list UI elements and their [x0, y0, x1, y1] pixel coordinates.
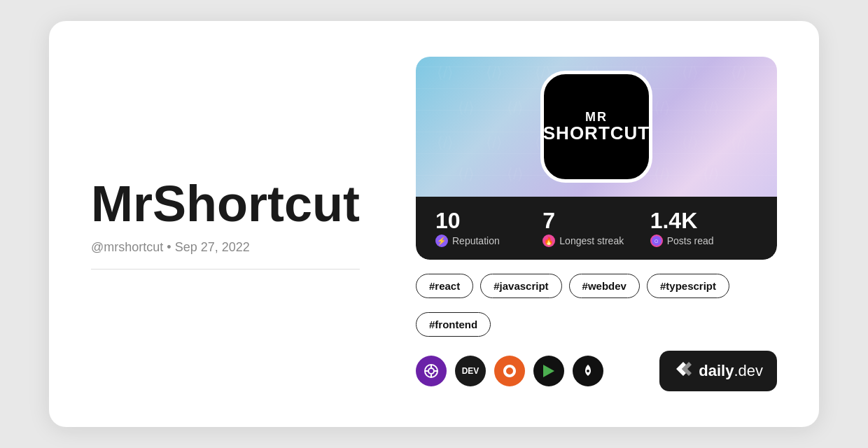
svg-marker-6 [543, 365, 554, 377]
tag-webdev[interactable]: #webdev [569, 274, 640, 298]
left-section: MrShortcut @mrshortcut • Sep 27, 2022 [91, 178, 360, 270]
reputation-value: 10 [435, 209, 542, 232]
streak-label-row: 🔥 Longest streak [542, 234, 650, 247]
tag-frontend[interactable]: #frontend [416, 312, 491, 337]
svg-point-7 [587, 370, 589, 372]
tag-typescript[interactable]: #typescript [647, 274, 729, 298]
avatar-line1: MR [585, 111, 608, 123]
tag-javascript[interactable]: #javascript [480, 274, 561, 298]
stat-streak: 7 🔥 Longest streak [542, 209, 650, 247]
tags-row-2: #frontend [416, 312, 777, 337]
divider [91, 269, 360, 270]
dev-label: DEV [462, 366, 479, 376]
handle-date: @mrshortcut • Sep 27, 2022 [91, 240, 360, 255]
social-icon-crosshair[interactable] [416, 356, 447, 386]
posts-label: Posts read [667, 235, 714, 246]
daily-bold: daily [699, 362, 734, 379]
profile-top: ⟨/⟩ ⟨/⟩ ⟨/⟩ ⟨/⟩ ⟨/⟩ ⟨/⟩ ⟨/⟩ ⟨/⟩ ⟨/⟩ ⟨/⟩ … [416, 57, 777, 260]
reputation-label-row: ⚡ Reputation [435, 234, 542, 247]
profile-card: MrShortcut @mrshortcut • Sep 27, 2022 ⟨/… [49, 21, 819, 427]
avatar-container: MR SHORTCUT [540, 71, 652, 183]
social-icon-play[interactable] [533, 356, 564, 386]
reputation-label: Reputation [452, 235, 500, 246]
join-date: Sep 27, 2022 [175, 240, 250, 254]
social-icon-dev[interactable]: DEV [455, 356, 486, 386]
social-row: DEV [416, 351, 777, 391]
daily-text: daily.dev [699, 362, 763, 380]
right-section: ⟨/⟩ ⟨/⟩ ⟨/⟩ ⟨/⟩ ⟨/⟩ ⟨/⟩ ⟨/⟩ ⟨/⟩ ⟨/⟩ ⟨/⟩ … [416, 57, 777, 391]
streak-value: 7 [542, 209, 650, 232]
avatar-line2: SHORTCUT [543, 123, 650, 144]
stats-bar: 10 ⚡ Reputation 7 🔥 Longest streak 1.4K [416, 197, 777, 260]
stat-posts: 1.4K ○ Posts read [650, 209, 757, 247]
separator: • [167, 240, 174, 254]
posts-icon: ○ [650, 234, 663, 247]
handle: @mrshortcut [91, 240, 163, 254]
stat-reputation: 10 ⚡ Reputation [435, 209, 542, 247]
posts-label-row: ○ Posts read [650, 234, 757, 247]
tags-row: #react #javascript #webdev #typescript [416, 274, 777, 298]
daily-dev-icon [673, 359, 693, 383]
svg-point-1 [428, 368, 434, 374]
reputation-icon: ⚡ [435, 234, 448, 247]
banner: ⟨/⟩ ⟨/⟩ ⟨/⟩ ⟨/⟩ ⟨/⟩ ⟨/⟩ ⟨/⟩ ⟨/⟩ ⟨/⟩ ⟨/⟩ … [416, 57, 777, 197]
posts-value: 1.4K [650, 209, 757, 232]
avatar: MR SHORTCUT [540, 71, 652, 183]
daily-light: .dev [734, 362, 763, 379]
social-icon-rocket[interactable] [573, 356, 603, 386]
tag-react[interactable]: #react [416, 274, 473, 298]
social-icon-hashnode[interactable] [494, 356, 525, 386]
streak-icon: 🔥 [542, 234, 555, 247]
streak-label: Longest streak [559, 235, 624, 246]
daily-dev-logo: daily.dev [659, 351, 777, 391]
username-title: MrShortcut [91, 178, 360, 229]
